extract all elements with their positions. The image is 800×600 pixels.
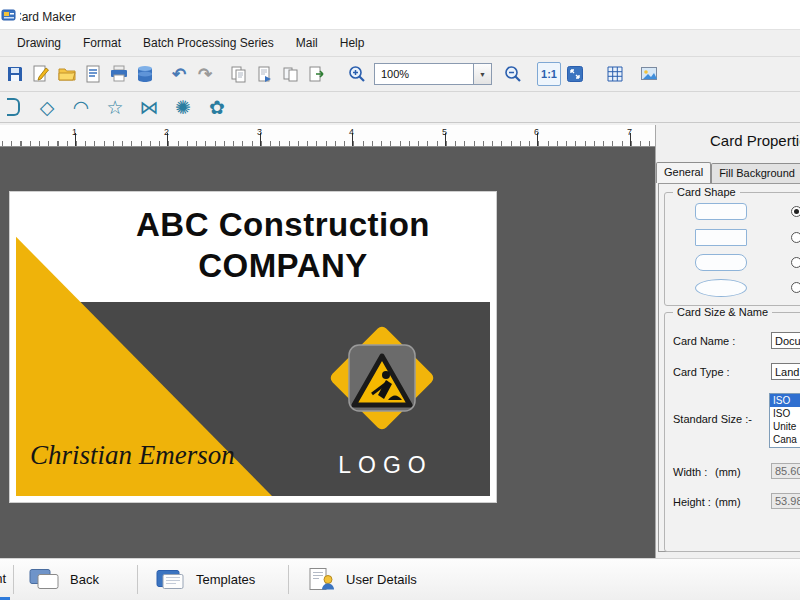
chevron-down-icon: ▼ (479, 71, 486, 78)
edit-page-icon (31, 64, 51, 84)
zoom-in-button[interactable] (344, 61, 370, 87)
actual-size-button[interactable]: 1:1 (536, 61, 562, 87)
menu-batch-processing-series[interactable]: Batch Processing Series (132, 31, 285, 55)
standard-size-listbox[interactable]: ISO ISO Unite Cana (769, 393, 800, 448)
paste-icon (255, 64, 275, 84)
ruler-number: 6 (534, 127, 539, 137)
undo-icon: ↶ (172, 66, 186, 83)
redo-button[interactable]: ↷ (192, 61, 218, 87)
card-type-label: Card Type : (673, 366, 730, 378)
diamond-shape-button[interactable]: ◇ (34, 94, 60, 120)
ruler-number: 3 (257, 127, 262, 137)
id-card[interactable]: ABC Construction COMPANY Christian Emers… (10, 192, 496, 502)
app-window: Card Maker Drawing Format Batch Processi… (0, 0, 800, 600)
height-value: 53.98 (771, 493, 800, 509)
card-shape-group: Card Shape (664, 192, 800, 306)
zoom-out-button[interactable] (500, 61, 526, 87)
fit-to-window-button[interactable] (562, 61, 588, 87)
open-folder-icon (57, 64, 77, 84)
move-page-button[interactable] (304, 61, 330, 87)
standard-size-option[interactable]: ISO (770, 394, 800, 407)
shape-option-ellipse[interactable] (695, 279, 747, 297)
user-details-button[interactable]: User Details (298, 559, 423, 600)
menu-drawing[interactable]: Drawing (6, 31, 72, 55)
print-button[interactable]: Print (0, 559, 10, 600)
star-shape-button[interactable]: ☆ (102, 94, 128, 120)
menu-format[interactable]: Format (72, 31, 132, 55)
shape-option-very-rounded-rect[interactable] (695, 254, 747, 271)
one-to-one-icon: 1:1 (537, 62, 561, 86)
height-label: Height : (673, 496, 711, 508)
menu-mail[interactable]: Mail (285, 31, 329, 55)
print-toolbar-button[interactable] (106, 61, 132, 87)
standard-size-option[interactable]: Unite (770, 420, 800, 433)
zoom-value[interactable]: 100% (374, 63, 474, 85)
open-button[interactable] (54, 61, 80, 87)
standard-size-option[interactable]: ISO (770, 407, 800, 420)
shape-option-rounded-rect[interactable] (695, 203, 747, 220)
menu-help[interactable]: Help (329, 31, 376, 55)
card-holder-name[interactable]: Christian Emerson (30, 440, 235, 471)
tab-fill-background[interactable]: Fill Background (711, 163, 800, 183)
shape-radio-2[interactable] (791, 232, 800, 243)
templates-label: Templates (196, 572, 255, 587)
page-arrow-icon (307, 64, 327, 84)
shape-radio-3[interactable] (791, 257, 800, 268)
panel-title: Card Properties (656, 132, 800, 149)
duplicate-button[interactable] (278, 61, 304, 87)
paste-button[interactable] (252, 61, 278, 87)
main-area: 1 2 3 4 5 6 7 ABC Construction COMPANY (0, 125, 800, 558)
database-icon (135, 64, 155, 84)
seal-shape-button[interactable]: ✿ (204, 94, 230, 120)
width-label: Width : (673, 466, 707, 478)
card-type-select[interactable]: Land (771, 363, 800, 380)
bowtie-icon: ⋈ (140, 96, 159, 119)
ruler-number: 1 (72, 127, 77, 137)
shapes-toolbar: ◇ ◠ ☆ ⋈ ✺ ✿ (0, 92, 800, 123)
card-name-input[interactable]: Docu (771, 332, 800, 349)
edit-button[interactable] (28, 61, 54, 87)
templates-icon (154, 566, 188, 593)
bowtie-shape-button[interactable]: ⋈ (136, 94, 162, 120)
card-company-title[interactable]: ABC Construction COMPANY (70, 204, 496, 286)
card-name-label: Card Name : (673, 335, 735, 347)
templates-button[interactable]: Templates (148, 559, 261, 600)
document-lines-icon (83, 64, 103, 84)
redo-icon: ↷ (198, 66, 212, 83)
title-bar: Card Maker (0, 0, 800, 30)
window-title: Card Maker (20, 10, 76, 23)
badge-icon: ✺ (175, 96, 191, 119)
construction-logo-icon[interactable] (322, 318, 442, 438)
zoom-dropdown-button[interactable]: ▼ (474, 63, 492, 85)
copy-button[interactable] (226, 61, 252, 87)
back-label: Back (70, 572, 99, 587)
ruler-number: 2 (164, 127, 169, 137)
logo-label[interactable]: LOGO (316, 452, 448, 479)
zoom-combo[interactable]: 100% ▼ (374, 63, 492, 85)
panel-tabs: General Fill Background (656, 162, 800, 183)
export-image-button[interactable] (636, 61, 662, 87)
design-canvas[interactable]: ABC Construction COMPANY Christian Emers… (0, 147, 655, 558)
undo-button[interactable]: ↶ (166, 61, 192, 87)
diamond-icon: ◇ (40, 96, 55, 119)
image-export-icon (639, 64, 659, 84)
arc-shape-button[interactable]: ◠ (68, 94, 94, 120)
tab-general[interactable]: General (656, 162, 711, 183)
width-unit: (mm) (715, 466, 741, 478)
back-button[interactable]: Back (22, 559, 105, 600)
shape-radio-4[interactable] (791, 282, 800, 293)
height-unit: (mm) (715, 496, 741, 508)
back-icon (28, 566, 62, 593)
rounded-shape-button[interactable] (0, 94, 26, 120)
grid-icon (605, 64, 625, 84)
database-button[interactable] (132, 61, 158, 87)
grid-button[interactable] (602, 61, 628, 87)
shape-option-rect[interactable] (695, 229, 747, 246)
star-icon: ☆ (106, 96, 123, 119)
shape-radio-1[interactable] (791, 206, 800, 217)
save-button[interactable] (2, 61, 28, 87)
notes-button[interactable] (80, 61, 106, 87)
horizontal-ruler: 1 2 3 4 5 6 7 (0, 125, 655, 147)
badge-shape-button[interactable]: ✺ (170, 94, 196, 120)
standard-size-option[interactable]: Cana (770, 433, 800, 446)
